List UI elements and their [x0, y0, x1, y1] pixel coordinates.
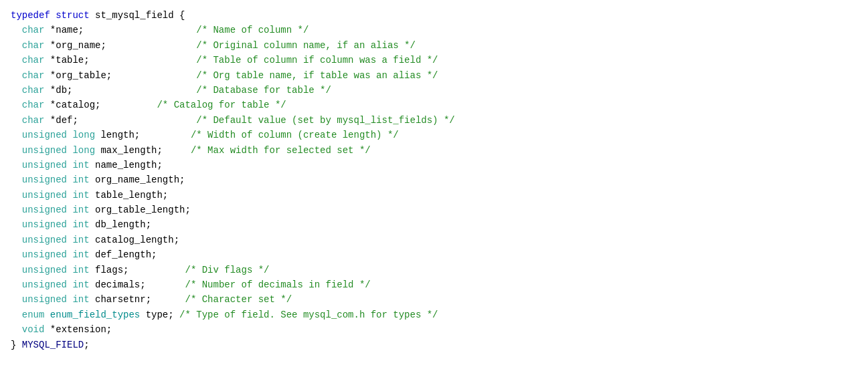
code-token: *name;	[44, 25, 196, 35]
code-token	[11, 85, 22, 96]
code-token: /* Width of column (create length) */	[191, 130, 399, 140]
code-token: /* Database for table */	[196, 85, 331, 96]
code-token: *extension;	[44, 324, 112, 335]
code-token	[11, 190, 22, 201]
code-token: *db;	[44, 85, 196, 96]
code-token: int	[72, 294, 89, 305]
code-line: char *db; /* Database for table */	[11, 83, 857, 98]
code-token: MYSQL_FIELD	[22, 340, 84, 350]
code-line: unsigned int table_length;	[11, 188, 857, 203]
code-token: /* Catalog for table */	[157, 100, 286, 110]
code-line: unsigned int org_name_length;	[11, 172, 857, 187]
code-token: catalog_length;	[90, 235, 179, 245]
code-token	[11, 55, 22, 66]
code-line: void *extension;	[11, 322, 857, 337]
code-token: /* Org table name, if table was an alias…	[196, 70, 438, 81]
code-token: *table;	[44, 55, 196, 66]
code-token: /* Max width for selected set */	[191, 145, 371, 156]
code-token	[11, 115, 22, 126]
code-token	[11, 324, 22, 335]
code-token: unsigned	[22, 265, 67, 275]
code-block: typedef struct st_mysql_field { char *na…	[11, 8, 857, 352]
code-token	[11, 265, 22, 275]
code-token: int	[72, 190, 89, 201]
code-token: ;	[84, 340, 89, 350]
code-token: org_name_length;	[90, 174, 185, 185]
code-line: unsigned int db_length;	[11, 217, 857, 232]
code-token: unsigned	[22, 249, 67, 260]
code-token	[11, 70, 22, 81]
code-token: unsigned	[22, 145, 67, 156]
code-line: unsigned int decimals; /* Number of deci…	[11, 277, 857, 292]
code-token: char	[22, 85, 45, 96]
code-token: unsigned	[22, 279, 67, 290]
code-token: unsigned	[22, 160, 67, 170]
code-token	[11, 100, 22, 110]
code-line: unsigned int charsetnr; /* Character set…	[11, 292, 857, 307]
code-token	[11, 294, 22, 305]
code-token: *def;	[44, 115, 196, 126]
code-token: *org_table;	[44, 70, 196, 81]
code-token	[11, 25, 22, 35]
code-token: unsigned	[22, 294, 67, 305]
code-line: char *name; /* Name of column */	[11, 23, 857, 37]
code-token: int	[72, 249, 89, 260]
code-token: int	[72, 205, 89, 215]
code-token: unsigned	[22, 205, 67, 215]
code-token	[44, 310, 50, 320]
code-line: unsigned long max_length; /* Max width f…	[11, 143, 857, 158]
code-line: unsigned int catalog_length;	[11, 233, 857, 247]
code-token: unsigned	[22, 235, 67, 245]
code-token: length;	[95, 130, 191, 140]
code-token	[11, 40, 22, 51]
code-token: int	[72, 279, 89, 290]
code-token: *org_name;	[44, 40, 196, 51]
code-token: db_length;	[90, 219, 151, 230]
code-token	[11, 160, 22, 170]
code-token: unsigned	[22, 174, 67, 185]
code-token: char	[22, 115, 45, 126]
code-token: unsigned	[22, 219, 67, 230]
code-token: /* Type of field. See mysql_com.h for ty…	[179, 310, 438, 320]
code-token	[11, 130, 22, 140]
code-token	[11, 249, 22, 260]
code-line: enum enum_field_types type; /* Type of f…	[11, 308, 857, 322]
code-token: /* Table of column if column was a field…	[196, 55, 438, 66]
code-line: char *org_name; /* Original column name,…	[11, 38, 857, 53]
code-token: enum_field_types	[50, 310, 140, 320]
code-token: st_mysql_field {	[90, 10, 185, 21]
code-line: char *catalog; /* Catalog for table */	[11, 98, 857, 112]
code-token: char	[22, 70, 45, 81]
code-token: int	[72, 174, 89, 185]
code-token: /* Name of column */	[196, 25, 309, 35]
code-token: unsigned	[22, 190, 67, 201]
code-token: long	[72, 130, 95, 140]
code-token: /* Div flags */	[185, 265, 269, 275]
code-token: struct	[56, 10, 89, 21]
code-line: unsigned int name_length;	[11, 158, 857, 172]
code-token	[11, 219, 22, 230]
code-token: decimals;	[90, 279, 185, 290]
code-token: void	[22, 324, 45, 335]
code-token: char	[22, 55, 45, 66]
code-line: char *def; /* Default value (set by mysq…	[11, 113, 857, 128]
code-token: char	[22, 25, 45, 35]
code-token: max_length;	[95, 145, 191, 156]
code-line: unsigned int def_length;	[11, 247, 857, 262]
code-line: unsigned int flags; /* Div flags */	[11, 263, 857, 277]
code-line: unsigned long length; /* Width of column…	[11, 128, 857, 142]
code-token: int	[72, 160, 89, 170]
code-token: /* Number of decimals in field */	[185, 279, 370, 290]
code-token	[11, 279, 22, 290]
code-token: /* Original column name, if an alias */	[196, 40, 416, 51]
code-token	[11, 235, 22, 245]
code-token	[50, 10, 56, 21]
code-line: unsigned int org_table_length;	[11, 203, 857, 217]
code-token: char	[22, 100, 45, 110]
code-token: name_length;	[90, 160, 163, 170]
code-token: *catalog;	[44, 100, 157, 110]
code-token	[11, 174, 22, 185]
code-token: /* Default value (set by mysql_list_fiel…	[196, 115, 454, 126]
code-token	[11, 145, 22, 156]
code-token: /* Character set */	[185, 294, 292, 305]
